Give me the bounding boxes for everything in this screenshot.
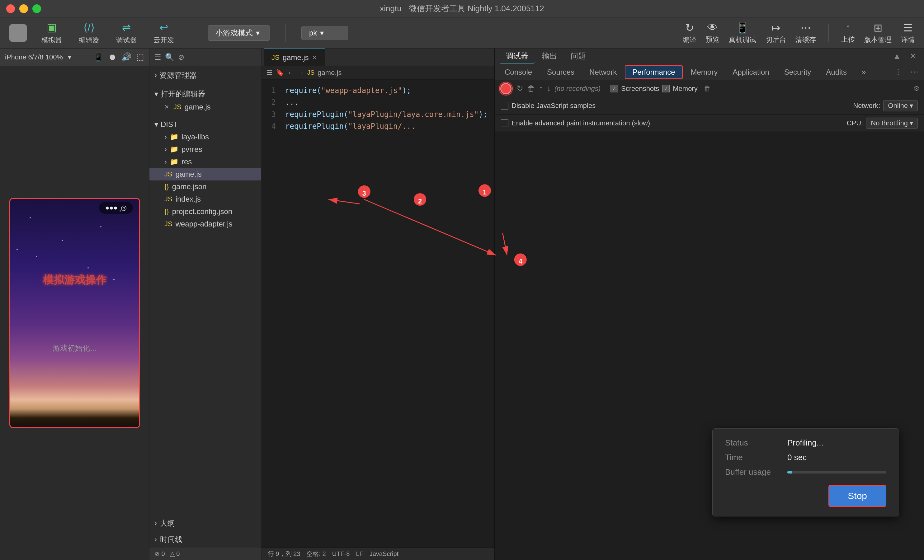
- separator3: [828, 24, 829, 42]
- perf-tab-console[interactable]: Console: [498, 66, 539, 78]
- stop-button[interactable]: Stop: [828, 485, 886, 507]
- dropdown-arrow2: ▾: [320, 28, 324, 37]
- enable-paint-checkbox[interactable]: [501, 120, 508, 127]
- list-icon: ☰: [154, 53, 161, 61]
- nav-back[interactable]: ←: [287, 69, 294, 77]
- open-editors-header[interactable]: ▾ 打开的编辑器: [149, 87, 261, 101]
- simulator-panel: iPhone 6/7/8 100% ▾ 📱 ⏺ 🔊 ⬚ ●: [0, 48, 149, 560]
- perf-tab-more[interactable]: »: [855, 66, 873, 78]
- details-button[interactable]: ☰ 详情: [901, 21, 915, 45]
- upload-icon: ↑: [846, 21, 851, 34]
- avatar[interactable]: [9, 24, 27, 42]
- code-text2: ...: [285, 96, 298, 108]
- chevron-right-icon2: ›: [164, 145, 167, 154]
- preview-icon: 👁: [707, 21, 718, 34]
- clear-icon[interactable]: 🗑: [527, 84, 535, 93]
- pvrres-item[interactable]: › 📁 pvrres: [149, 143, 261, 156]
- dist-header[interactable]: ▾ DIST: [149, 118, 261, 131]
- close-file-icon[interactable]: ✕: [164, 103, 169, 111]
- editor-panel: JS game.js ✕ ☰ 🔖 ← → JS game.js 1 requir…: [261, 48, 924, 560]
- stop-btn-wrapper: Stop: [725, 482, 886, 507]
- editor-icon: ⟨/⟩: [83, 21, 94, 34]
- open-file-game-js[interactable]: ✕ JS game.js: [149, 101, 261, 113]
- debugger-icon: ⇌: [122, 21, 131, 34]
- version-button[interactable]: ⊞ 版本管理: [864, 21, 892, 45]
- perf-tab-network[interactable]: Network: [582, 66, 624, 78]
- cloud-button[interactable]: ↩ 云开发: [151, 21, 176, 45]
- cut-back-label: 切后台: [765, 35, 786, 45]
- laya-libs-label: laya-libs: [182, 133, 209, 141]
- compile-button[interactable]: ↻ 编译: [683, 21, 696, 45]
- simulator-toolbar: iPhone 6/7/8 100% ▾ 📱 ⏺ 🔊 ⬚: [0, 48, 149, 66]
- resource-manager-header[interactable]: › 资源管理器: [149, 69, 261, 82]
- timeline-item[interactable]: › 时间线: [149, 532, 261, 548]
- game-js-item[interactable]: JS game.js: [149, 168, 261, 180]
- tab-close-icon[interactable]: ✕: [312, 54, 317, 61]
- tab-issues[interactable]: 问题: [564, 49, 592, 63]
- upload-button[interactable]: ↑ 上传: [841, 21, 855, 44]
- editor-button[interactable]: ⟨/⟩ 编辑器: [76, 21, 102, 45]
- simulator-button[interactable]: ▣ 模拟器: [39, 21, 64, 45]
- mode-dropdown[interactable]: 小游戏模式 ▾: [208, 25, 270, 41]
- perf-tab-sources[interactable]: Sources: [540, 66, 581, 78]
- tab-output[interactable]: 输出: [536, 49, 563, 63]
- disable-js-checkbox[interactable]: [501, 102, 508, 109]
- res-item[interactable]: › 📁 res: [149, 156, 261, 168]
- close-button[interactable]: [6, 4, 15, 13]
- perf-tab-application[interactable]: Application: [726, 66, 776, 78]
- phone-icon[interactable]: 📱: [93, 52, 104, 62]
- status-label: Status: [725, 438, 781, 448]
- index-js-item[interactable]: JS index.js: [149, 193, 261, 205]
- laya-libs-item[interactable]: › 📁 laya-libs: [149, 131, 261, 143]
- screenshots-checkbox[interactable]: ✓: [610, 85, 618, 93]
- reload-icon[interactable]: ↻: [516, 84, 524, 93]
- perf-tab-security[interactable]: Security: [777, 66, 818, 78]
- project-config-item[interactable]: {} project.config.json: [149, 205, 261, 218]
- arrow-down-icon[interactable]: ↓: [547, 84, 551, 93]
- game-json-item[interactable]: {} game.json: [149, 180, 261, 193]
- weapp-adapter-item[interactable]: JS weapp-adapter.js: [149, 218, 261, 230]
- maximize-button[interactable]: [32, 4, 41, 13]
- devtools-settings-icon[interactable]: ⋮: [892, 66, 905, 78]
- clear-cache-button[interactable]: ⋯ 清缓存: [795, 21, 816, 45]
- dropdown-chevron2: ▾: [910, 119, 913, 127]
- devtools-up-icon[interactable]: ▲: [890, 50, 903, 62]
- perf-tab-performance[interactable]: Performance: [625, 65, 682, 79]
- tab-debugger[interactable]: 调试器: [500, 49, 534, 63]
- app-title: xingtu - 微信开发者工具 Nightly 1.04.2005112: [380, 3, 544, 14]
- arrow-up-icon[interactable]: ↑: [539, 84, 543, 93]
- record-button[interactable]: [500, 83, 512, 94]
- audio-icon[interactable]: 🔊: [122, 52, 131, 62]
- memory-checkbox[interactable]: ✓: [662, 85, 670, 93]
- env-dropdown[interactable]: pk ▾: [302, 26, 348, 40]
- resource-section: › 资源管理器: [149, 66, 261, 85]
- perf-tab-memory[interactable]: Memory: [684, 66, 725, 78]
- device-debug-button[interactable]: 📱 真机调试: [729, 21, 756, 45]
- cut-back-button[interactable]: ↦ 切后台: [765, 21, 786, 45]
- perf-tab-audits[interactable]: Audits: [819, 66, 854, 78]
- nav-forward[interactable]: →: [297, 69, 304, 77]
- cpu-dropdown[interactable]: No throttling ▾: [866, 118, 918, 129]
- js-icon3: JS: [164, 220, 172, 228]
- json-icon: {}: [164, 183, 169, 191]
- buffer-row: Buffer usage: [725, 467, 886, 477]
- outline-item[interactable]: › 大纲: [149, 515, 261, 532]
- debugger-button[interactable]: ⇌ 调试器: [114, 21, 139, 45]
- devtools-panel: 调试器 输出 问题 ▲ ✕ Console: [494, 48, 924, 560]
- record-icon[interactable]: ⏺: [108, 52, 116, 62]
- network-dropdown[interactable]: Online ▾: [883, 100, 918, 111]
- preview-button[interactable]: 👁 预览: [706, 21, 720, 44]
- minimize-button[interactable]: [19, 4, 28, 13]
- filter-icon[interactable]: ⊘: [178, 53, 184, 61]
- devtools-more-icon[interactable]: ⋯: [908, 66, 921, 78]
- trash-icon[interactable]: 🗑: [704, 85, 711, 93]
- search-icon[interactable]: 🔍: [165, 53, 174, 61]
- screen-icon[interactable]: ⬚: [136, 52, 144, 62]
- console-tab-label: Console: [505, 68, 532, 76]
- statusbar-spaces: 空格: 2: [306, 550, 326, 558]
- settings-icon[interactable]: ⚙: [914, 85, 920, 93]
- devtools-close-icon[interactable]: ✕: [907, 50, 919, 62]
- editor-tab-game-js[interactable]: JS game.js ✕: [264, 48, 325, 66]
- folder-icon3: 📁: [170, 158, 178, 166]
- time-label: Time: [725, 453, 781, 462]
